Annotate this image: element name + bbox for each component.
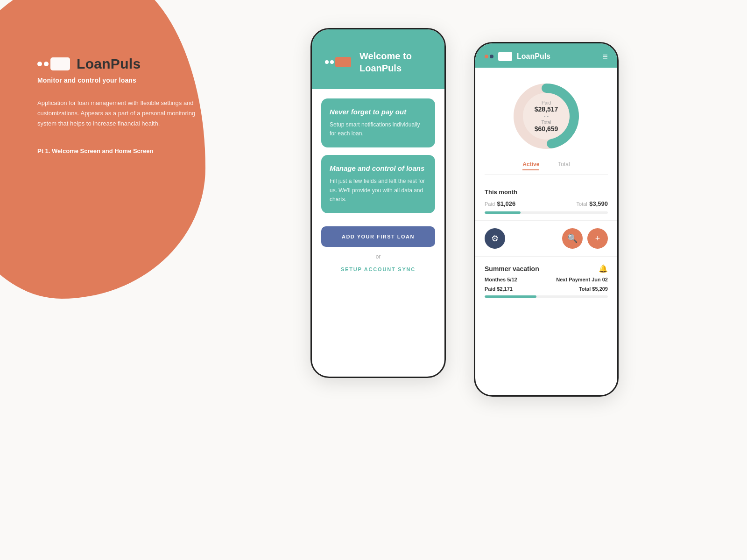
welcome-card-icon	[335, 57, 351, 67]
loan-months: Monthes 5/12	[485, 277, 517, 282]
month-paid-label: Paid	[485, 201, 495, 207]
donut-center-text: Paid $28,517 • • Total $60,659	[535, 100, 558, 133]
donut-dots: • •	[535, 114, 558, 119]
donut-tabs: Active Total	[485, 161, 608, 175]
feature-card-1: Never forget to pay out Setup smart noti…	[321, 98, 435, 147]
this-month-title: This month	[485, 189, 608, 196]
hamburger-icon[interactable]: ≡	[602, 52, 608, 61]
feature-1-title: Never forget to pay out	[330, 108, 427, 116]
welcome-header: Welcome to LoanPuls	[312, 29, 444, 89]
app-name: LoanPuls	[77, 56, 141, 72]
welcome-phone: Welcome to LoanPuls Never forget to pay …	[310, 28, 446, 378]
welcome-body: Never forget to pay out Setup smart noti…	[312, 89, 444, 226]
loan-progress-bg	[485, 295, 608, 298]
bell-icon: 🔔	[599, 264, 608, 273]
add-button[interactable]: +	[587, 228, 608, 249]
tagline: Monitor and control your loans	[37, 77, 205, 84]
loan-amounts-row: Paid $2,171 Total $5,209	[485, 286, 608, 292]
logo-icon	[37, 57, 70, 70]
feature-2-title: Manage and control of loans	[330, 164, 427, 172]
welcome-dot-2	[330, 60, 334, 64]
month-paid-value: $1,026	[497, 200, 515, 207]
add-first-loan-button[interactable]: ADD YOUR FIRST LOAN	[321, 226, 435, 247]
settings-button[interactable]: ⚙	[485, 228, 505, 249]
description: Application for loan management with fle…	[37, 98, 205, 129]
welcome-phone-inner: Welcome to LoanPuls Never forget to pay …	[312, 29, 444, 286]
setup-account-sync-button[interactable]: SETUP ACCOUNT SYNC	[341, 266, 416, 272]
feature-1-desc: Setup smart notifications individually f…	[330, 120, 427, 138]
logo-dot-1	[37, 62, 42, 66]
donut-total-value: $60,659	[535, 125, 558, 133]
feature-card-2: Manage and control of loans Fill just a …	[321, 155, 435, 213]
search-button[interactable]: 🔍	[562, 228, 583, 249]
this-month-section: This month Paid $1,026 Total $3,590	[475, 182, 617, 221]
loan-progress-fill	[485, 295, 536, 298]
month-progress-fill	[485, 211, 521, 214]
home-logo-dots	[485, 55, 493, 58]
month-progress-bg	[485, 211, 608, 214]
loan-name: Summer vacation	[485, 265, 539, 273]
home-header: LoanPuls ≡	[475, 43, 617, 68]
month-total-value: $3,590	[589, 200, 608, 207]
month-total: Total $3,590	[577, 199, 608, 208]
logo-dot-2	[44, 62, 49, 66]
welcome-dot-1	[325, 60, 329, 64]
month-total-label: Total	[577, 201, 587, 207]
month-paid: Paid $1,026	[485, 199, 515, 208]
tab-active[interactable]: Active	[522, 161, 539, 170]
or-text: or	[376, 253, 381, 260]
home-app-name: LoanPuls	[517, 52, 550, 61]
home-phone: LoanPuls ≡ Paid $28,517 • •	[474, 42, 619, 397]
left-info-panel: LoanPuls Monitor and control your loans …	[37, 56, 205, 154]
tab-total[interactable]: Total	[558, 161, 570, 170]
section-label: Pt 1. Welcome Screen and Home Screen	[37, 147, 205, 154]
feature-2-desc: Fill just a few fields and left the rest…	[330, 177, 427, 204]
month-stats: Paid $1,026 Total $3,590	[485, 199, 608, 208]
welcome-actions: ADD YOUR FIRST LOAN or SETUP ACCOUNT SYN…	[312, 226, 444, 286]
loan-name-row: Summer vacation 🔔	[485, 264, 608, 273]
welcome-logo-icon	[325, 57, 351, 67]
donut-paid-value: $28,517	[535, 105, 558, 113]
loan-paid: Paid $2,171	[485, 286, 513, 292]
home-dot-dark	[490, 55, 493, 58]
loan-card: Summer vacation 🔔 Monthes 5/12 Next Paym…	[475, 257, 617, 305]
loan-next-payment: Next Payment Jun 02	[556, 277, 608, 282]
home-dot-orange	[485, 55, 488, 58]
donut-wrapper: Paid $28,517 • • Total $60,659	[509, 79, 584, 154]
logo-row: LoanPuls	[37, 56, 205, 72]
welcome-title: Welcome to LoanPuls	[359, 50, 431, 74]
logo-card	[50, 57, 70, 70]
home-logo-row: LoanPuls	[485, 52, 550, 61]
loan-months-row: Monthes 5/12 Next Payment Jun 02	[485, 277, 608, 282]
donut-section: Paid $28,517 • • Total $60,659 Active To…	[475, 68, 617, 182]
action-buttons: ⚙ 🔍 +	[475, 221, 617, 257]
home-card-icon	[498, 52, 512, 61]
donut-paid-label: Paid	[535, 100, 558, 105]
donut-total-label: Total	[535, 120, 558, 125]
loan-total: Total $5,209	[579, 286, 608, 292]
phones-container: Welcome to LoanPuls Never forget to pay …	[201, 28, 728, 397]
